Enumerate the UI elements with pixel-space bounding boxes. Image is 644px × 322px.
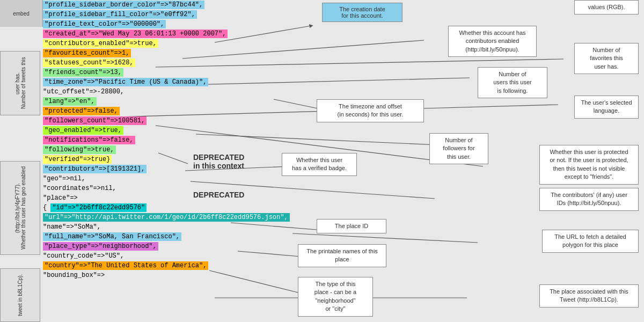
- code-line-26: "place_type"=>"neighborhood",: [43, 243, 158, 250]
- annotation-printable-names: The printable names of this place: [298, 244, 386, 267]
- svg-line-1: [182, 40, 424, 58]
- code-line-9: "time_zone"=>"Pacific Time (US & Canada)…: [43, 78, 208, 86]
- svg-line-11: [231, 223, 317, 230]
- code-line-17: "verified"=>true}: [43, 156, 112, 163]
- annotation-url-fetch: The URL to fetch a detailedpolygon for t…: [542, 230, 639, 253]
- annotation-rgb: values (RGB).: [574, 0, 639, 14]
- code-line-23: "url"=>"http://api.twitter.com/1/geo/id/…: [43, 214, 290, 221]
- code-line-13: "followers_count"=>100581,: [43, 117, 147, 125]
- code-line-19: "geo"=>nil,: [43, 175, 85, 182]
- svg-line-14: [209, 270, 298, 292]
- code-line-12: "protected"=>false,: [43, 107, 120, 115]
- svg-line-0: [215, 26, 311, 42]
- annotation-creation-date: The creation datefor this account.: [322, 3, 402, 22]
- svg-line-8: [158, 153, 188, 164]
- code-line-22: { "id"=>"2b6ff8c22edd9576": [43, 204, 147, 211]
- embed-label: embed: [0, 0, 43, 27]
- code-line-10: "utc_offset"=>-28800,: [43, 88, 124, 96]
- code-line-18: "contributors"=>[3191321],: [43, 165, 147, 173]
- code-line-1: "profile_sidebar_border_color"=>"87bc44"…: [43, 1, 204, 9]
- code-line-25: "full_name"=>"SoMa, San Francisco",: [43, 233, 181, 240]
- code-line-15: "notifications"=>false,: [43, 136, 135, 144]
- main-container: Number of tweets this user has. Whether …: [0, 0, 644, 322]
- code-line-21: "place"=>: [43, 194, 78, 202]
- sidebar-label-tweets: Number of tweets this user has.: [0, 51, 40, 115]
- annotation-favorites: Number offavorites thisuser has.: [574, 43, 639, 74]
- svg-line-2: [156, 59, 564, 67]
- code-line-6: "favourites_count"=>1,: [43, 49, 131, 57]
- code-line-4: "created_at"=>"Wed May 23 06:01:13 +0000…: [43, 30, 228, 38]
- sidebar-label-geo: Whether this user has geo enabled (http:…: [0, 161, 40, 255]
- annotation-followers-count: Number offollowers forthis user.: [429, 133, 488, 164]
- annotation-verified: Whether this userhas a verified badge.: [282, 153, 357, 176]
- annotation-place-id: The place ID: [317, 219, 386, 233]
- annotation-following: Number ofusers this useris following.: [478, 67, 547, 98]
- code-line-27: "country_code"=>"US",: [43, 252, 124, 260]
- code-line-28: "country"=>"The United States of America…: [43, 262, 208, 269]
- annotation-contributors-enabled: Whether this account hascontributors ena…: [448, 26, 537, 57]
- code-line-5: "contributors_enabled"=>true,: [43, 40, 158, 47]
- annotation-language: The user's selectedlanguage.: [574, 96, 639, 119]
- deprecated-label-2: DEPRECATED: [193, 191, 244, 199]
- code-line-24: "name"=>"SoMa",: [43, 223, 101, 231]
- annotation-place-associated: The place associated with thisTweet (htt…: [539, 284, 639, 308]
- code-line-3: "profile_text_color"=>"000000",: [43, 20, 166, 28]
- svg-line-12: [292, 233, 478, 243]
- code-line-8: "friends_count"=>13,: [43, 69, 123, 76]
- svg-line-13: [238, 251, 301, 257]
- code-line-29: "bounding_box"=>: [43, 272, 105, 279]
- deprecated-label-1: DEPRECATEDin this context: [193, 153, 244, 170]
- svg-line-7: [196, 134, 437, 145]
- code-line-20: "coordinates"=>nil,: [43, 185, 116, 192]
- code-line-2: "profile_sidebar_fill_color"=>"e0ff92",: [43, 11, 197, 18]
- code-line-14: "geo_enabled"=>true,: [43, 127, 123, 134]
- annotation-timezone: The timezone and offset(in seconds) for …: [317, 99, 424, 122]
- code-line-16: "following"=>true,: [43, 146, 116, 153]
- code-line-11: "lang"=>"en",: [43, 98, 97, 105]
- code-line-7: "statuses_count"=>1628,: [43, 59, 135, 67]
- annotation-protected: Whether this user is protectedor not. If…: [539, 145, 639, 185]
- sidebar-label-tweet-place: tweet in b8L1Cp).: [0, 268, 40, 322]
- annotation-contributors-ids: The contributors' (if any) userIDs (http…: [539, 188, 639, 211]
- annotation-place-type: The type of thisplace - can be a"neighbo…: [298, 277, 373, 317]
